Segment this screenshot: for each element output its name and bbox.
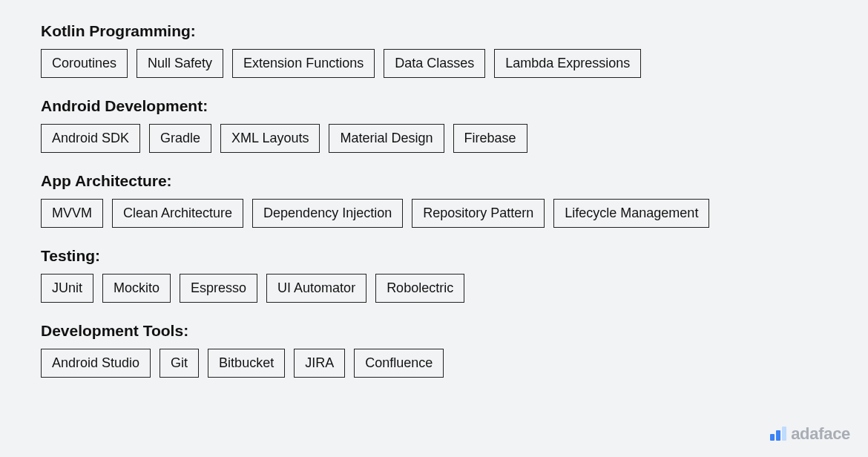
section-title: Development Tools: <box>41 322 827 340</box>
section-title: Testing: <box>41 247 827 265</box>
skill-tag: JUnit <box>41 274 93 303</box>
skill-section: Kotlin Programming:CoroutinesNull Safety… <box>41 22 827 78</box>
skill-tag: Robolectric <box>375 274 464 303</box>
skill-tag: Gradle <box>149 124 211 153</box>
skill-tag: Bitbucket <box>208 349 285 378</box>
skill-tag: Material Design <box>329 124 444 153</box>
skill-tag: Coroutines <box>41 49 128 78</box>
section-title: App Architecture: <box>41 172 827 190</box>
skill-tag: XML Layouts <box>220 124 320 153</box>
skill-tag: MVVM <box>41 199 103 228</box>
skill-section: Development Tools:Android StudioGitBitbu… <box>41 322 827 378</box>
bar-chart-icon <box>770 427 786 444</box>
skill-tag: Android Studio <box>41 349 151 378</box>
skill-tag: Confluence <box>354 349 444 378</box>
skill-tag: Lambda Expressions <box>494 49 641 78</box>
tag-list: JUnitMockitoEspressoUI AutomatorRobolect… <box>41 274 827 303</box>
skill-tag: Dependency Injection <box>252 199 403 228</box>
skill-tag: Mockito <box>102 274 171 303</box>
tag-list: CoroutinesNull SafetyExtension Functions… <box>41 49 827 78</box>
tag-list: MVVMClean ArchitectureDependency Injecti… <box>41 199 827 228</box>
skill-tag: Android SDK <box>41 124 140 153</box>
skill-section: Android Development:Android SDKGradleXML… <box>41 97 827 153</box>
skill-tag: Extension Functions <box>232 49 375 78</box>
skill-tag: Null Safety <box>137 49 223 78</box>
tag-list: Android SDKGradleXML LayoutsMaterial Des… <box>41 124 827 153</box>
skill-section: App Architecture:MVVMClean ArchitectureD… <box>41 172 827 228</box>
skill-tag: Data Classes <box>384 49 485 78</box>
skill-tag: Git <box>160 349 199 378</box>
skill-tag: Repository Pattern <box>412 199 545 228</box>
skill-tag: JIRA <box>294 349 345 378</box>
skill-tag: Firebase <box>453 124 527 153</box>
brand-name: adaface <box>791 424 850 444</box>
section-title: Kotlin Programming: <box>41 22 827 40</box>
skill-section: Testing:JUnitMockitoEspressoUI Automator… <box>41 247 827 303</box>
tag-list: Android StudioGitBitbucketJIRAConfluence <box>41 349 827 378</box>
skills-list: Kotlin Programming:CoroutinesNull Safety… <box>41 22 827 378</box>
skill-tag: Lifecycle Management <box>553 199 709 228</box>
brand-logo: adaface <box>770 424 850 444</box>
skill-tag: Espresso <box>180 274 257 303</box>
section-title: Android Development: <box>41 97 827 115</box>
skill-tag: UI Automator <box>266 274 366 303</box>
skill-tag: Clean Architecture <box>112 199 243 228</box>
